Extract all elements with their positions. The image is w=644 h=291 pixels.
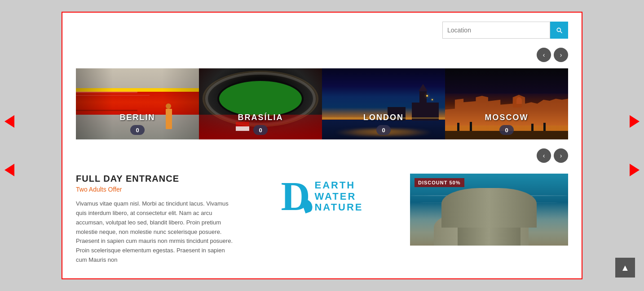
carousel-nav-bottom: ‹ › xyxy=(76,148,568,163)
london-name: LONDON xyxy=(363,113,404,122)
logo-line-1: EARTH xyxy=(314,180,355,191)
promo-text-section: FULL DAY ENTRANCE Two Adults Offer Vivam… xyxy=(76,174,234,265)
search-input[interactable] xyxy=(442,22,550,39)
right-arrow-bottom[interactable] xyxy=(630,164,640,176)
right-nav-arrows xyxy=(630,115,640,176)
right-arrow-top[interactable] xyxy=(630,115,640,128)
city-cards-grid: BERLIN 0 BRA xyxy=(76,68,568,139)
search-button[interactable] xyxy=(550,22,568,39)
moscow-name: MOSCOW xyxy=(485,113,529,122)
carousel-next-top[interactable]: › xyxy=(554,48,568,62)
brasilia-count: 0 xyxy=(253,125,268,135)
left-arrow-bottom[interactable] xyxy=(4,164,14,176)
bottom-section: FULL DAY ENTRANCE Two Adults Offer Vivam… xyxy=(76,174,568,265)
discount-badge: DISCOUNT 50% xyxy=(415,178,464,187)
carousel-nav-top: ‹ › xyxy=(76,48,568,62)
berlin-name: BERLIN xyxy=(120,113,155,122)
search-bar xyxy=(76,22,568,39)
city-card-berlin[interactable]: BERLIN 0 xyxy=(76,68,199,139)
promo-subtitle: Two Adults Offer xyxy=(76,186,234,193)
carousel-prev-bottom[interactable]: ‹ xyxy=(537,148,551,163)
left-arrow-top[interactable] xyxy=(4,115,14,128)
city-card-brasilia[interactable]: BRASÍLIA 0 xyxy=(199,68,322,139)
left-nav-arrows xyxy=(4,115,14,176)
carousel-prev-top[interactable]: ‹ xyxy=(537,48,551,62)
search-icon xyxy=(556,27,563,34)
scroll-top-button[interactable]: ▲ xyxy=(615,258,635,278)
logo-line-3: NATURE xyxy=(314,202,363,213)
berlin-overlay: BERLIN 0 xyxy=(76,108,199,139)
london-overlay: LONDON 0 xyxy=(322,108,445,139)
promo-title: FULL DAY ENTRANCE xyxy=(76,174,234,184)
brasilia-name: BRASÍLIA xyxy=(238,113,283,122)
main-container: ‹ › xyxy=(62,12,582,279)
logo-line-2: WATER xyxy=(314,191,356,202)
logo-text-block: EARTH WATER NATURE xyxy=(314,180,363,213)
discount-image-section: DISCOUNT 50% xyxy=(410,174,568,246)
berlin-count: 0 xyxy=(130,125,145,135)
moscow-count: 0 xyxy=(499,125,514,135)
city-card-moscow[interactable]: MOSCOW 0 xyxy=(445,68,568,139)
moscow-overlay: MOSCOW 0 xyxy=(445,108,568,139)
london-count: 0 xyxy=(376,125,391,135)
city-card-london[interactable]: LONDON 0 xyxy=(322,68,445,139)
promo-description: Vivamus vitae quam nisl. Morbi ac tincid… xyxy=(76,199,234,265)
brasilia-overlay: BRASÍLIA 0 xyxy=(199,108,322,139)
logo-section: D EARTH WATER NATURE xyxy=(243,174,401,215)
logo-d-container: D xyxy=(281,178,310,215)
carousel-next-bottom[interactable]: › xyxy=(554,148,568,163)
page-wrapper: ‹ › xyxy=(0,0,644,291)
